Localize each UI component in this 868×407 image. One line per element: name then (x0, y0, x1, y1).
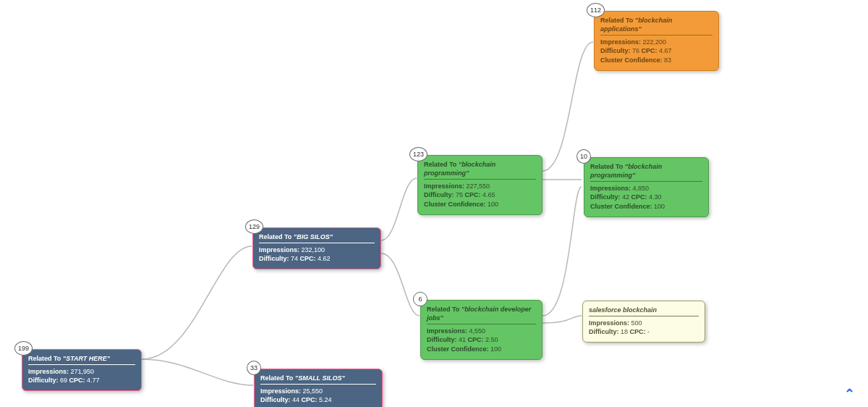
metric-impressions: Impressions: 222,200 (600, 38, 712, 46)
node-title: salesforce blockchain (589, 306, 699, 316)
node-blockchain-developer-jobs[interactable]: Related To "blockchain developer jobs" I… (420, 300, 542, 360)
metric-difficulty-cpc: Difficulty: 41 CPC: 2.50 (427, 335, 536, 344)
node-big-silos[interactable]: Related To "BIG SILOS" Impressions: 232,… (252, 227, 381, 269)
scroll-to-top-button[interactable]: ⌃ (841, 385, 858, 403)
metric-difficulty-cpc: Difficulty: 69 CPC: 4.77 (28, 376, 135, 385)
node-badge-start: 199 (14, 341, 33, 356)
node-badge-bp10: 10 (576, 149, 591, 164)
node-blockchain-applications[interactable]: Related To "blockchain applications" Imp… (594, 11, 719, 71)
node-title: Related To "blockchain programming" (424, 160, 536, 180)
node-badge-small: 33 (247, 361, 261, 375)
metric-confidence: Cluster Confidence: 100 (590, 202, 702, 211)
node-small-silos[interactable]: Related To "SMALL SILOS" Impressions: 25… (254, 369, 383, 407)
metric-confidence: Cluster Confidence: 100 (427, 345, 536, 353)
node-start-here[interactable]: Related To "START HERE" Impressions: 271… (22, 349, 142, 391)
metric-confidence: Cluster Confidence: 100 (424, 200, 536, 209)
node-title: Related To "blockchain developer jobs" (427, 305, 536, 324)
node-blockchain-programming-10[interactable]: Related To "blockchain programming" Impr… (584, 157, 709, 217)
node-title: Related To "SMALL SILOS" (260, 374, 376, 385)
metric-difficulty-cpc: Difficulty: 76 CPC: 4.67 (600, 46, 712, 55)
node-title: Related To "START HERE" (28, 354, 135, 365)
metric-impressions: Impressions: 4,850 (590, 184, 702, 193)
metric-impressions: Impressions: 500 (589, 319, 699, 327)
metric-difficulty-cpc: Difficulty: 44 CPC: 5.24 (260, 395, 376, 404)
node-title: Related To "blockchain applications" (600, 16, 712, 35)
node-badge-apps: 112 (587, 3, 605, 17)
node-badge-bp123: 123 (409, 147, 427, 161)
metric-difficulty-cpc: Difficulty: 42 CPC: 4.30 (590, 193, 702, 201)
node-title: Related To "blockchain programming" (590, 162, 702, 182)
metric-impressions: Impressions: 25,550 (260, 387, 376, 395)
metric-difficulty-cpc: Difficulty: 74 CPC: 4.62 (259, 254, 375, 263)
metric-impressions: Impressions: 227,550 (424, 182, 536, 190)
metric-difficulty-cpc: Difficulty: 18 CPC: - (589, 327, 699, 336)
node-blockchain-programming-123[interactable]: Related To "blockchain programming" Impr… (417, 155, 542, 215)
node-badge-big: 129 (245, 219, 263, 234)
metric-impressions: Impressions: 4,550 (427, 327, 536, 335)
metric-impressions: Impressions: 232,100 (259, 246, 375, 254)
chevron-up-icon: ⌃ (844, 386, 855, 402)
metric-confidence: Cluster Confidence: 83 (600, 56, 712, 64)
node-badge-devjobs: 6 (413, 292, 427, 306)
node-salesforce-blockchain[interactable]: salesforce blockchain Impressions: 500 D… (582, 301, 705, 343)
metric-impressions: Impressions: 271,950 (28, 367, 135, 376)
metric-difficulty-cpc: Difficulty: 75 CPC: 4.65 (424, 190, 536, 199)
node-title: Related To "BIG SILOS" (259, 232, 375, 243)
